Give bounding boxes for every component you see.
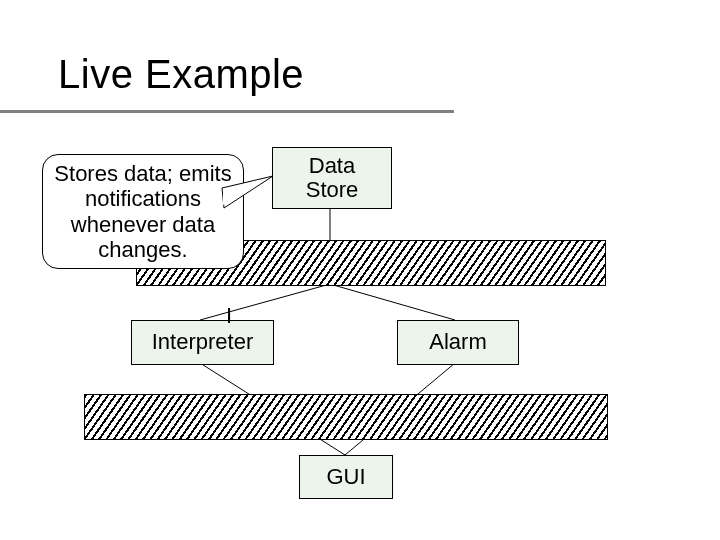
node-alarm: Alarm	[397, 320, 519, 365]
node-data-store: Data Store	[272, 147, 392, 209]
svg-line-2	[330, 284, 455, 320]
callout-data-store: Stores data; emits notifications wheneve…	[42, 154, 244, 269]
callout-text: Stores data; emits notifications wheneve…	[54, 161, 231, 262]
node-interpreter: Interpreter	[131, 320, 274, 365]
slide: Live Example Data Store Interpreter Alar…	[0, 0, 720, 540]
svg-line-1	[200, 284, 330, 320]
title-underline	[0, 110, 454, 113]
fragment-letter-i: I	[226, 303, 232, 329]
slide-title: Live Example	[58, 52, 304, 97]
node-gui: GUI	[299, 455, 393, 499]
hatch-bar-bottom	[84, 394, 608, 440]
